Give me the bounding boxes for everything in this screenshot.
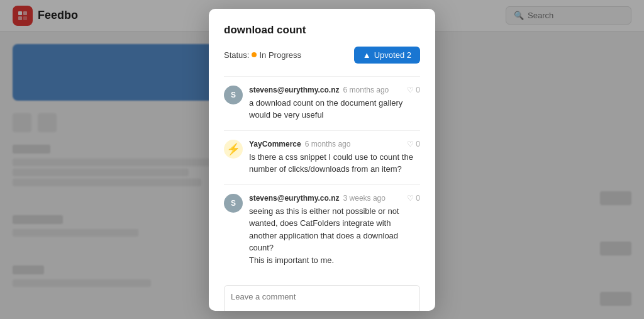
upvote-arrow-icon: ▲	[363, 50, 371, 60]
comment-1-avatar: S	[224, 86, 243, 104]
heart-icon-3: ♡	[407, 194, 414, 203]
comment-3-content: stevens@eurythmy.co.nz 3 weeks ago ♡ 0 s…	[249, 194, 420, 267]
comment-1-text: a download count on the document gallery…	[249, 97, 420, 121]
modal-overlay: download count Status: In Progress ▲ Upv…	[0, 0, 644, 319]
status-dot-icon	[252, 52, 257, 57]
comment-3: S stevens@eurythmy.co.nz 3 weeks ago ♡ 0…	[224, 184, 420, 276]
comment-2-avatar: ⚡	[224, 140, 243, 159]
comment-1: S stevens@eurythmy.co.nz 6 months ago ♡ …	[224, 76, 420, 130]
heart-icon-2: ♡	[407, 140, 414, 148]
comment-3-like-button[interactable]: ♡ 0	[407, 194, 420, 203]
comment-1-time: 6 months ago	[343, 86, 389, 94]
comment-1-meta: stevens@eurythmy.co.nz 6 months ago ♡ 0	[249, 86, 420, 94]
comment-1-author: stevens@eurythmy.co.nz	[249, 86, 340, 94]
comment-3-author: stevens@eurythmy.co.nz	[249, 194, 340, 203]
comment-input-area[interactable]	[224, 285, 420, 311]
status-text-label: Status:	[224, 50, 249, 60]
lightning-icon: ⚡	[226, 142, 240, 156]
status-value: In Progress	[259, 50, 301, 60]
upvote-label: Upvoted 2	[374, 50, 411, 60]
comment-2-like-button[interactable]: ♡ 0	[407, 140, 420, 148]
comment-2: ⚡ YayCommerce 6 months ago ♡ 0 Is there …	[224, 130, 420, 184]
comment-1-likes: 0	[416, 86, 420, 94]
comment-1-content: stevens@eurythmy.co.nz 6 months ago ♡ 0 …	[249, 86, 420, 121]
comment-3-header: S stevens@eurythmy.co.nz 3 weeks ago ♡ 0…	[224, 194, 420, 267]
comment-2-content: YayCommerce 6 months ago ♡ 0 Is there a …	[249, 140, 420, 176]
modal-dialog: download count Status: In Progress ▲ Upv…	[209, 9, 435, 311]
comment-2-header: ⚡ YayCommerce 6 months ago ♡ 0 Is there …	[224, 140, 420, 176]
comment-1-header: S stevens@eurythmy.co.nz 6 months ago ♡ …	[224, 86, 420, 121]
comment-2-time: 6 months ago	[305, 140, 351, 148]
comment-2-likes: 0	[416, 140, 420, 148]
modal-title: download count	[224, 24, 420, 36]
upvote-button[interactable]: ▲ Upvoted 2	[354, 47, 420, 64]
comment-2-meta: YayCommerce 6 months ago ♡ 0	[249, 140, 420, 148]
comment-3-time: 3 weeks ago	[343, 194, 386, 203]
status-label: Status: In Progress	[224, 50, 301, 60]
comment-3-text: seeing as this is either not possible or…	[249, 205, 420, 267]
comment-1-like-button[interactable]: ♡ 0	[407, 86, 420, 94]
status-row: Status: In Progress ▲ Upvoted 2	[224, 47, 420, 64]
comment-3-avatar: S	[224, 194, 243, 213]
comment-3-likes: 0	[416, 194, 420, 203]
comment-2-text: Is there a css snippet I could use to co…	[249, 151, 420, 176]
heart-icon: ♡	[407, 86, 414, 94]
comment-2-author: YayCommerce	[249, 140, 301, 148]
comment-textarea[interactable]	[231, 292, 413, 311]
comment-3-meta: stevens@eurythmy.co.nz 3 weeks ago ♡ 0	[249, 194, 420, 203]
